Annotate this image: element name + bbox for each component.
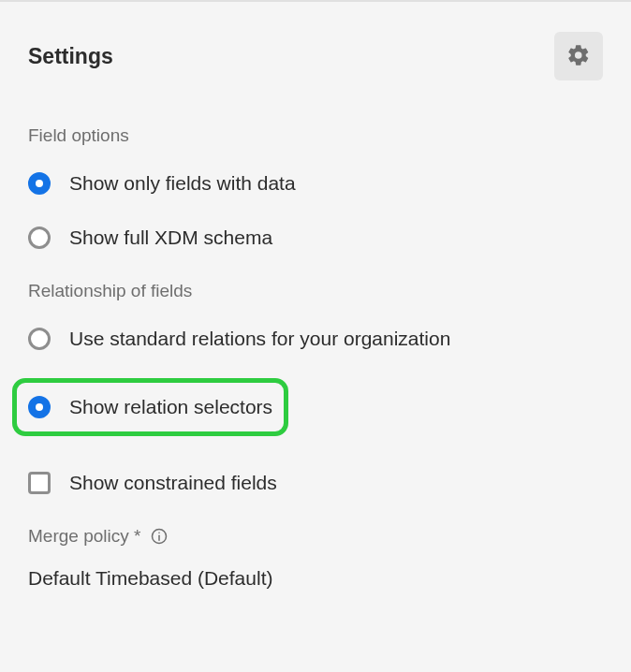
settings-gear-button[interactable] <box>554 32 603 80</box>
svg-point-2 <box>159 532 161 533</box>
radio-icon <box>28 328 51 350</box>
field-options-label: Field options <box>28 125 603 146</box>
page-title: Settings <box>28 44 113 69</box>
radio-show-only-fields-with-data[interactable]: Show only fields with data <box>28 172 603 195</box>
radio-icon <box>28 172 51 195</box>
radio-use-standard-relations[interactable]: Use standard relations for your organiza… <box>28 328 603 350</box>
radio-show-full-xdm-schema[interactable]: Show full XDM schema <box>28 226 603 249</box>
radio-icon <box>28 396 51 418</box>
header-row: Settings <box>28 32 603 80</box>
radio-icon <box>28 226 51 249</box>
merge-policy-row: Merge policy * <box>28 526 603 547</box>
radio-label: Show only fields with data <box>69 172 296 195</box>
info-icon[interactable] <box>150 527 169 546</box>
merge-policy-label: Merge policy * <box>28 526 140 547</box>
checkbox-label: Show constrained fields <box>69 472 277 494</box>
merge-policy-value[interactable]: Default Timebased (Default) <box>28 567 603 590</box>
checkbox-icon <box>28 472 51 494</box>
settings-panel: Settings Field options Show only fields … <box>0 0 631 672</box>
radio-label: Show relation selectors <box>69 396 272 418</box>
radio-show-relation-selectors[interactable]: Show relation selectors <box>28 396 272 418</box>
gear-icon <box>566 43 591 70</box>
highlighted-option: Show relation selectors <box>12 378 288 436</box>
checkbox-show-constrained-fields[interactable]: Show constrained fields <box>28 472 603 494</box>
relationship-label: Relationship of fields <box>28 281 603 301</box>
radio-label: Use standard relations for your organiza… <box>69 328 450 350</box>
radio-label: Show full XDM schema <box>69 226 272 249</box>
